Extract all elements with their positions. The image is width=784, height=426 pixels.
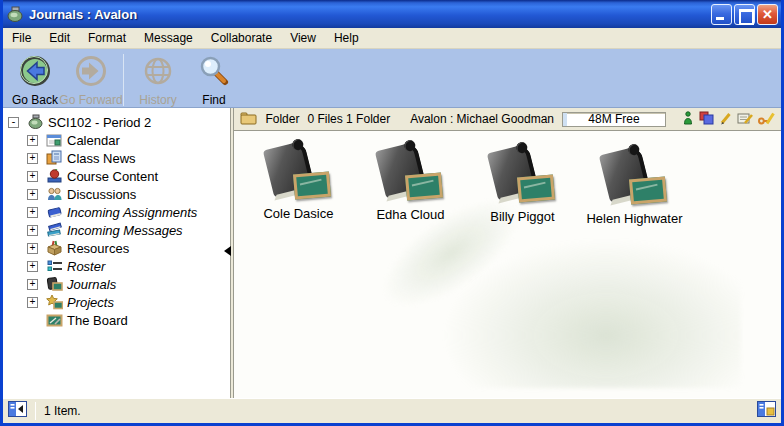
toolbar-button-label: Go Forward bbox=[59, 93, 122, 107]
journal-book-icon bbox=[490, 146, 554, 204]
tree-root-sci102[interactable]: - SCI102 - Period 2 bbox=[3, 113, 230, 131]
expand-toggle[interactable]: + bbox=[27, 171, 38, 182]
expand-toggle[interactable]: + bbox=[27, 261, 38, 272]
roster-icon bbox=[46, 258, 63, 274]
menu-edit[interactable]: Edit bbox=[40, 28, 79, 48]
news-icon bbox=[46, 150, 63, 166]
journal-item[interactable]: Billy Piggot bbox=[474, 146, 570, 224]
journal-book-icon bbox=[602, 148, 666, 206]
expand-toggle[interactable]: - bbox=[8, 117, 19, 128]
free-space-fill bbox=[563, 113, 567, 126]
tree-item-label: Incoming Messages bbox=[67, 223, 183, 238]
free-space-gauge: 48M Free bbox=[562, 112, 666, 127]
expand-toggle[interactable]: + bbox=[27, 189, 38, 200]
journal-item[interactable]: Helen Highwater bbox=[586, 148, 682, 226]
menu-bar: File Edit Format Message Collaborate Vie… bbox=[3, 28, 781, 49]
journal-book-icon bbox=[378, 144, 442, 202]
collapse-tree-arrow-icon[interactable] bbox=[224, 246, 231, 256]
magnifier-icon bbox=[197, 54, 231, 92]
expand-toggle[interactable]: + bbox=[27, 243, 38, 254]
toggle-tree-panel-icon[interactable] bbox=[8, 401, 27, 421]
messages-icon bbox=[46, 222, 63, 238]
folder-type-label: Folder bbox=[265, 112, 299, 126]
tree-item-label: The Board bbox=[67, 313, 128, 328]
discussions-icon bbox=[46, 186, 63, 202]
calendar-icon bbox=[46, 132, 63, 148]
toolbar-button-label: Find bbox=[202, 93, 225, 107]
tree-item-the-board[interactable]: The Board bbox=[3, 311, 230, 329]
key-pen-icon[interactable] bbox=[758, 111, 775, 128]
free-space-label: 48M Free bbox=[588, 112, 639, 126]
toolbar-separator bbox=[123, 54, 124, 106]
journal-item[interactable]: Edha Cloud bbox=[362, 144, 458, 222]
tree-item-projects[interactable]: + Projects bbox=[3, 293, 230, 311]
course-tree: - SCI102 - Period 2 + bbox=[3, 108, 230, 398]
folder-info-bar: Folder 0 Files 1 Folder Avalon : Michael… bbox=[234, 108, 781, 131]
globe-icon bbox=[141, 54, 175, 92]
menu-message[interactable]: Message bbox=[135, 28, 202, 48]
tree-item-label: Projects bbox=[67, 295, 114, 310]
journal-name: Edha Cloud bbox=[362, 207, 458, 222]
projects-icon bbox=[46, 294, 63, 310]
tree-item-course-content[interactable]: + Course Content bbox=[3, 167, 230, 185]
assignments-icon bbox=[46, 204, 63, 220]
app-window: Journals : Avalon ✕ File Edit Format Mes… bbox=[0, 0, 784, 426]
tree-item-class-news[interactable]: + Class News bbox=[3, 149, 230, 167]
compose-note-icon[interactable] bbox=[737, 111, 753, 128]
title-bar[interactable]: Journals : Avalon ✕ bbox=[0, 0, 784, 28]
journal-name: Cole Dasice bbox=[250, 206, 346, 221]
toggle-detail-panel-icon[interactable] bbox=[757, 401, 776, 421]
toolbar-button-label: Go Back bbox=[12, 93, 58, 107]
menu-collaborate[interactable]: Collaborate bbox=[202, 28, 281, 48]
tree-item-discussions[interactable]: + Discussions bbox=[3, 185, 230, 203]
window-body: - SCI102 - Period 2 + bbox=[3, 108, 781, 398]
tree-item-incoming-assignments[interactable]: + Incoming Assignments bbox=[3, 203, 230, 221]
menu-format[interactable]: Format bbox=[79, 28, 135, 48]
close-button[interactable]: ✕ bbox=[757, 4, 778, 25]
window-title: Journals : Avalon bbox=[29, 7, 711, 22]
main-panel: Folder 0 Files 1 Folder Avalon : Michael… bbox=[234, 108, 781, 398]
toolbar: Go Back Go Forward History bbox=[3, 49, 781, 108]
item-count-label: 1 Item. bbox=[44, 404, 749, 418]
journal-book-icon bbox=[266, 143, 330, 201]
tree-item-label: Incoming Assignments bbox=[67, 205, 197, 220]
tree-item-incoming-messages[interactable]: + Incoming Messages bbox=[3, 221, 230, 239]
board-icon bbox=[46, 312, 63, 328]
tree-item-resources[interactable]: + Resources bbox=[3, 239, 230, 257]
expand-toggle[interactable]: + bbox=[27, 297, 38, 308]
history-button[interactable]: History bbox=[130, 52, 186, 107]
tree-item-journals[interactable]: + Journals bbox=[3, 275, 230, 293]
statusbar-separator bbox=[35, 402, 36, 420]
layers-icon[interactable] bbox=[699, 111, 714, 128]
folder-counts: 0 Files 1 Folder bbox=[307, 112, 390, 126]
tree-item-label: SCI102 - Period 2 bbox=[48, 115, 151, 130]
folder-content-area[interactable]: Cole Dasice Edha Cloud Billy Piggot bbox=[234, 131, 781, 398]
expand-toggle[interactable]: + bbox=[27, 153, 38, 164]
back-arrow-icon bbox=[18, 54, 52, 92]
flask-icon bbox=[27, 114, 44, 130]
expand-toggle[interactable]: + bbox=[27, 135, 38, 146]
expand-toggle[interactable]: + bbox=[27, 225, 38, 236]
find-button[interactable]: Find bbox=[186, 52, 242, 107]
expand-toggle[interactable]: + bbox=[27, 207, 38, 218]
person-icon[interactable] bbox=[682, 111, 694, 128]
tree-item-label: Journals bbox=[67, 277, 116, 292]
go-forward-button[interactable]: Go Forward bbox=[63, 52, 119, 107]
tree-item-label: Discussions bbox=[67, 187, 136, 202]
pencil-icon[interactable] bbox=[719, 111, 732, 128]
tree-item-roster[interactable]: + Roster bbox=[3, 257, 230, 275]
tree-item-calendar[interactable]: + Calendar bbox=[3, 131, 230, 149]
journal-name: Helen Highwater bbox=[586, 211, 682, 226]
minimize-button[interactable] bbox=[711, 4, 732, 25]
tree-item-label: Resources bbox=[67, 241, 129, 256]
menu-help[interactable]: Help bbox=[325, 28, 368, 48]
go-back-button[interactable]: Go Back bbox=[7, 52, 63, 107]
tree-item-label: Class News bbox=[67, 151, 136, 166]
course-content-icon bbox=[46, 168, 63, 184]
status-bar: 1 Item. bbox=[3, 398, 781, 423]
menu-view[interactable]: View bbox=[281, 28, 325, 48]
menu-file[interactable]: File bbox=[3, 28, 40, 48]
maximize-button[interactable] bbox=[734, 4, 755, 25]
journal-item[interactable]: Cole Dasice bbox=[250, 143, 346, 221]
expand-toggle[interactable]: + bbox=[27, 279, 38, 290]
